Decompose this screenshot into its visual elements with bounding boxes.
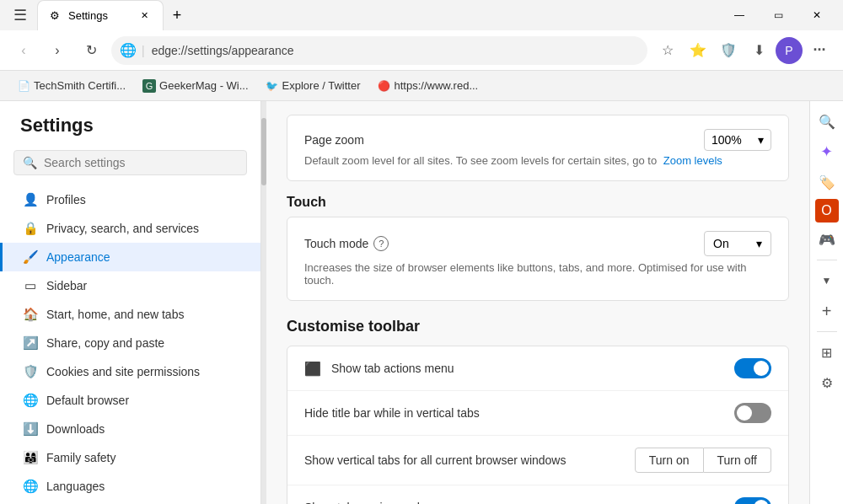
tab-label: Settings — [68, 9, 108, 22]
settings-tab-icon: ⚙ — [48, 9, 62, 23]
touch-mode-row: Touch mode ? On ▾ — [304, 231, 771, 256]
sidebar-scrollbar-thumb[interactable] — [261, 118, 266, 185]
turn-off-button[interactable]: Turn off — [704, 448, 771, 473]
sidebar-item-label-languages: Languages — [46, 480, 105, 493]
panel-add-icon[interactable]: + — [813, 298, 840, 324]
sidebar-item-sidebar[interactable]: ▭ Sidebar — [0, 271, 260, 300]
active-tab[interactable]: ⚙ Settings ✕ — [37, 0, 164, 30]
panel-wallet-icon[interactable]: 🏷️ — [813, 169, 840, 196]
panel-office-icon[interactable]: O — [815, 199, 839, 223]
toolbar-item-left-4: Show tab preview on hover — [304, 501, 447, 504]
address-separator: | — [142, 44, 145, 57]
sidebar-item-label-appearance: Appearance — [46, 250, 110, 264]
collections-icon[interactable]: ⭐ — [685, 37, 711, 64]
bookmark-twitter[interactable]: 🐦 Explore / Twitter — [259, 76, 368, 96]
toolbar-item-left-3: Show vertical tabs for all current brows… — [304, 453, 566, 467]
sidebar-item-share[interactable]: ↗️ Share, copy and paste — [0, 329, 260, 357]
right-panel: 🔍 ✦ 🏷️ O 🎮 ▼ + ⊞ ⚙ — [809, 101, 843, 504]
browser-essentials-icon[interactable]: 🛡️ — [715, 37, 742, 64]
search-icon: 🔍 — [23, 156, 37, 169]
touch-mode-help-icon[interactable]: ? — [373, 236, 389, 251]
zoom-levels-link[interactable]: Zoom levels — [663, 154, 722, 167]
sidebar-item-printers[interactable]: 🖨️ Printers — [0, 501, 260, 504]
sidebar-item-languages[interactable]: 🌐 Languages — [0, 472, 260, 501]
touch-section: Touch Touch mode ? On ▾ Increases the si… — [287, 195, 789, 301]
bookmark-label-1: TechSmith Certifi... — [34, 79, 126, 92]
vertical-tabs-btn-group: Turn on Turn off — [635, 448, 771, 473]
title-bar: ☰ ⚙ Settings ✕ + — ▭ ✕ — [0, 0, 843, 30]
page-zoom-row: Page zoom 100% ▾ — [304, 129, 771, 151]
family-icon: 👨‍👩‍👧 — [23, 450, 38, 465]
panel-collections-icon[interactable]: ✦ — [813, 138, 840, 165]
touch-card: Touch mode ? On ▾ Increases the size of … — [287, 217, 789, 301]
sidebar-item-appearance[interactable]: 🖌️ Appearance — [0, 243, 260, 271]
zoom-value: 100% — [711, 133, 742, 147]
panel-games-icon[interactable]: 🎮 — [813, 226, 840, 253]
panel-settings-icon[interactable]: ⚙ — [813, 369, 840, 396]
touch-mode-left: Touch mode ? — [304, 236, 389, 251]
bookmarks-bar: 📄 TechSmith Certifi... G GeekerMag - Wi.… — [0, 71, 843, 101]
sidebar-item-downloads[interactable]: ⬇️ Downloads — [0, 415, 260, 443]
tab-bar: ⚙ Settings ✕ + — [37, 0, 717, 30]
sidebar-toggle-button[interactable]: ☰ — [7, 2, 34, 29]
minimize-button[interactable]: — — [720, 0, 759, 30]
tab-preview-toggle[interactable] — [734, 497, 771, 504]
bookmark-techsmith[interactable]: 📄 TechSmith Certifi... — [10, 76, 132, 96]
toolbar-item-hide-title-bar: Hide title bar while in vertical tabs — [287, 391, 788, 436]
bookmark-geekermag[interactable]: G GeekerMag - Wi... — [136, 76, 255, 96]
panel-divider — [817, 260, 837, 260]
back-button[interactable]: ‹ — [10, 37, 37, 64]
settings-sidebar: Settings 🔍 👤 Profiles 🔒 Privacy, search,… — [0, 101, 261, 504]
sidebar-item-family[interactable]: 👨‍👩‍👧 Family safety — [0, 443, 260, 472]
close-button[interactable]: ✕ — [797, 0, 836, 30]
main-layout: Settings 🔍 👤 Profiles 🔒 Privacy, search,… — [0, 101, 843, 504]
sidebar-item-label-default-browser: Default browser — [46, 394, 129, 407]
zoom-chevron-icon: ▾ — [758, 133, 764, 147]
sidebar-item-label-downloads: Downloads — [46, 422, 105, 436]
more-menu-button[interactable]: ··· — [806, 37, 833, 64]
refresh-button[interactable]: ↻ — [78, 37, 105, 64]
search-settings-input[interactable] — [44, 156, 238, 169]
sidebar-item-label-start: Start, home, and new tabs — [46, 308, 184, 321]
toolbar-item-left-1: ⬛ Show tab actions menu — [304, 360, 454, 377]
sidebar-item-start[interactable]: 🏠 Start, home, and new tabs — [0, 300, 260, 329]
bookmark-favicon-4: 🔴 — [378, 79, 391, 93]
page-zoom-card: Page zoom 100% ▾ Default zoom level for … — [287, 115, 789, 181]
sidebar-item-profiles[interactable]: 👤 Profiles — [0, 185, 260, 214]
search-settings-box[interactable]: 🔍 — [13, 150, 247, 175]
turn-on-button[interactable]: Turn on — [635, 448, 704, 473]
new-tab-button[interactable]: + — [164, 2, 191, 29]
sidebar-icon: ▭ — [23, 278, 38, 293]
touch-mode-label: Touch mode — [304, 237, 368, 250]
edge-logo-icon: 🌐 — [121, 44, 135, 57]
toolbar-item-label-2: Hide title bar while in vertical tabs — [304, 406, 480, 420]
favorites-icon[interactable]: ☆ — [654, 37, 681, 64]
share-icon: ↗️ — [23, 335, 38, 351]
downloads-icon[interactable]: ⬇ — [745, 37, 772, 64]
forward-button[interactable]: › — [44, 37, 71, 64]
panel-search-icon[interactable]: 🔍 — [813, 108, 840, 135]
tab-close-button[interactable]: ✕ — [136, 8, 153, 24]
title-bar-left: ☰ — [7, 2, 34, 29]
profile-avatar[interactable]: P — [776, 37, 803, 64]
touch-section-label: Touch — [287, 195, 789, 210]
settings-content: Page zoom 100% ▾ Default zoom level for … — [266, 101, 809, 504]
toolbar-item-label-4: Show tab preview on hover — [304, 501, 447, 504]
sidebar-item-privacy[interactable]: 🔒 Privacy, search, and services — [0, 214, 260, 243]
bookmark-reddit[interactable]: 🔴 https://www.red... — [371, 76, 486, 96]
panel-scroll-down-icon[interactable]: ▼ — [813, 267, 840, 294]
touch-mode-dropdown[interactable]: On ▾ — [704, 231, 771, 256]
page-zoom-desc: Default zoom level for all sites. To see… — [304, 154, 771, 167]
downloads-nav-icon: ⬇️ — [23, 421, 38, 437]
toolbar-item-label-3: Show vertical tabs for all current brows… — [304, 453, 566, 467]
toolbar-section-title: Customise toolbar — [287, 318, 789, 335]
customise-toolbar-section: Customise toolbar ⬛ Show tab actions men… — [287, 318, 789, 504]
maximize-button[interactable]: ▭ — [759, 0, 797, 30]
sidebar-item-cookies[interactable]: 🛡️ Cookies and site permissions — [0, 357, 260, 386]
address-box[interactable]: 🌐 | edge://settings/appearance — [111, 36, 647, 65]
sidebar-item-default-browser[interactable]: 🌐 Default browser — [0, 386, 260, 415]
zoom-dropdown[interactable]: 100% ▾ — [704, 129, 771, 151]
panel-grid-icon[interactable]: ⊞ — [813, 339, 840, 366]
hide-title-bar-toggle[interactable] — [734, 403, 771, 423]
show-tab-actions-toggle[interactable] — [734, 358, 771, 378]
